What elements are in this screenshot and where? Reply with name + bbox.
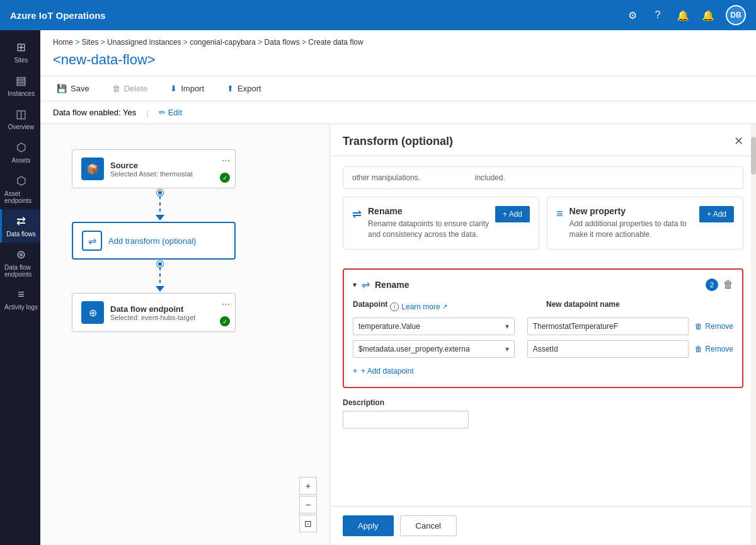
transform-node-label: Add transform (optional): [108, 236, 196, 246]
export-icon: ⬆: [227, 84, 234, 93]
rename-card-icon: ⇌: [352, 207, 362, 240]
panel-footer: Apply Cancel: [330, 506, 756, 545]
datapoint-info-icon[interactable]: i: [390, 302, 399, 311]
destination-node-menu[interactable]: ···: [222, 299, 230, 310]
destination-node-status: ✓: [220, 316, 230, 326]
panel-content: other manipulations. included. ⇌ Rename: [330, 156, 756, 506]
breadcrumb-instance[interactable]: congenial-capybara: [190, 38, 256, 47]
add-datapoint-icon: +: [353, 367, 357, 376]
remove-icon-1: 🗑: [695, 322, 702, 331]
sidebar-item-label: Data flow endpoints: [4, 264, 38, 278]
transform-node[interactable]: ⇌ Add transform (optional): [72, 222, 236, 260]
rename-section-icon: ⇌: [362, 278, 370, 290]
destination-node-icon: ⊕: [81, 301, 104, 324]
delete-button[interactable]: 🗑 Delete: [108, 81, 152, 96]
remove-icon-2: 🗑: [695, 345, 702, 353]
topbar: Azure IoT Operations ⚙ ? 🔔 🔔 DB: [0, 0, 756, 30]
destination-status-ok-icon: ✓: [220, 316, 230, 326]
sidebar-item-label: Overview: [8, 123, 35, 130]
zoom-in-button[interactable]: +: [299, 477, 317, 495]
arrow-down-2: [156, 286, 164, 292]
rename-card-title: Rename: [368, 206, 495, 216]
description-input[interactable]: [343, 411, 469, 428]
sidebar-item-data-flows[interactable]: ⇄ Data flows: [0, 209, 40, 243]
new-property-add-button[interactable]: + Add: [699, 206, 734, 222]
cancel-button[interactable]: Cancel: [400, 515, 457, 536]
sidebar-item-sites[interactable]: ⊞ Sites: [0, 35, 40, 69]
sidebar-item-label: Asset endpoints: [4, 190, 38, 204]
breadcrumb-create: Create data flow: [308, 38, 363, 47]
save-button[interactable]: 💾 Save: [53, 81, 93, 96]
sidebar-item-activity-logs[interactable]: ≡ Activity logs: [0, 283, 40, 316]
canvas-panel: 📦 Source Selected Asset: thermostat ··· …: [40, 124, 756, 545]
canvas: 📦 Source Selected Asset: thermostat ··· …: [40, 124, 330, 545]
sidebar-item-asset-endpoints[interactable]: ⬡ Asset endpoints: [0, 169, 40, 209]
help-icon[interactable]: ?: [650, 8, 665, 23]
avatar[interactable]: DB: [726, 5, 746, 25]
rename-section-title: Rename: [375, 280, 701, 290]
sidebar-item-assets[interactable]: ⬡ Assets: [0, 135, 40, 169]
remove-button-2[interactable]: 🗑 Remove: [695, 345, 733, 353]
panel-header: Transform (optional) ✕: [330, 124, 756, 156]
transform-cards-row: ⇌ Rename Rename datapoints to ensure cla…: [343, 197, 743, 260]
source-node-icon: 📦: [81, 158, 104, 180]
transform-node-icon: ⇌: [82, 231, 102, 251]
toolbar: 💾 Save 🗑 Delete ⬇ Import ⬆ Export: [40, 76, 756, 101]
sidebar-item-overview[interactable]: ◫ Overview: [0, 102, 40, 135]
export-button[interactable]: ⬆ Export: [223, 81, 265, 96]
learn-more-link[interactable]: Learn more ↗: [401, 302, 447, 311]
page-title: <new-data-flow>: [40, 49, 756, 76]
arrow-down-1: [156, 215, 164, 221]
breadcrumb: Home > Sites > Unassigned instances > co…: [40, 30, 756, 49]
edit-button[interactable]: ✏ Edit: [159, 108, 182, 117]
destination-node[interactable]: ⊕ Data flow endpoint Selected: event-hub…: [72, 293, 236, 332]
panel-close-button[interactable]: ✕: [734, 134, 743, 148]
sidebar-item-instances[interactable]: ▤ Instances: [0, 69, 40, 102]
datapoint-dropdown-1[interactable]: temperature.Value ▾: [353, 318, 515, 335]
canvas-layout: 📦 Source Selected Asset: thermostat ··· …: [53, 137, 317, 345]
rename-delete-button[interactable]: 🗑: [723, 279, 733, 290]
sidebar-item-label: Assets: [11, 157, 30, 164]
delete-icon: 🗑: [112, 84, 120, 93]
rename-columns-header: Datapoint i Learn more ↗ New datapoint n…: [353, 300, 733, 314]
canvas-controls: + − ⊡: [299, 477, 317, 532]
asset-endpoints-icon: ⬡: [16, 174, 26, 188]
settings-icon[interactable]: ⚙: [625, 8, 640, 23]
status-ok-icon: ✓: [220, 173, 230, 183]
add-datapoint-button[interactable]: + + Add datapoint: [353, 364, 414, 378]
source-node-info: Source Selected Asset: thermostat: [110, 161, 226, 178]
fit-button[interactable]: ⊡: [299, 515, 317, 532]
notifications-icon[interactable]: 🔔: [675, 8, 690, 23]
source-node-menu[interactable]: ···: [222, 155, 230, 166]
breadcrumb-data-flows[interactable]: Data flows: [265, 38, 300, 47]
breadcrumb-home[interactable]: Home: [53, 38, 73, 47]
sidebar-item-label: Sites: [14, 57, 28, 64]
sidebar-item-data-flow-endpoints[interactable]: ⊛ Data flow endpoints: [0, 243, 40, 283]
source-node[interactable]: 📦 Source Selected Asset: thermostat ··· …: [72, 149, 236, 188]
sidebar: ⊞ Sites ▤ Instances ◫ Overview ⬡ Assets …: [0, 30, 40, 545]
rename-chevron-icon[interactable]: ▾: [353, 280, 357, 289]
connector-line-1: [159, 196, 161, 215]
sidebar-item-label: Data flows: [6, 231, 36, 238]
rename-add-button[interactable]: + Add: [495, 206, 530, 222]
app-title: Azure IoT Operations: [10, 10, 625, 21]
scrollbar-track[interactable]: [751, 124, 756, 545]
new-name-input-1[interactable]: [527, 318, 689, 335]
alerts-icon[interactable]: 🔔: [701, 8, 716, 23]
dropdown-chevron-2: ▾: [505, 345, 509, 353]
new-name-input-2[interactable]: [527, 340, 689, 358]
data-flow-endpoints-icon: ⊛: [16, 248, 26, 261]
apply-button[interactable]: Apply: [343, 515, 394, 536]
datapoint-dropdown-2[interactable]: $metadata.user_property.externa ▾: [353, 340, 515, 358]
remove-button-1[interactable]: 🗑 Remove: [695, 322, 733, 331]
import-button[interactable]: ⬇ Import: [166, 81, 208, 96]
zoom-out-button[interactable]: −: [299, 496, 317, 513]
breadcrumb-sites[interactable]: Sites: [82, 38, 99, 47]
rename-badge: 2: [706, 278, 718, 291]
connector-line-2: [159, 267, 161, 286]
edit-icon: ✏: [159, 108, 166, 117]
description-section: Description: [343, 398, 743, 428]
breadcrumb-unassigned[interactable]: Unassigned instances: [107, 38, 181, 47]
rename-row-2: $metadata.user_property.externa ▾ 🗑 Remo…: [353, 340, 733, 358]
scrollbar-thumb[interactable]: [751, 137, 756, 175]
